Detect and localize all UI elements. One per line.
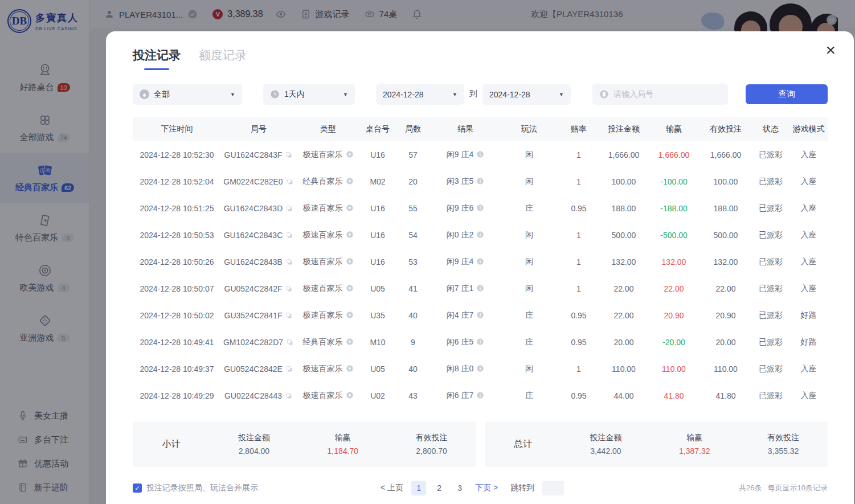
column-header-3: 桌台号: [360, 117, 395, 141]
cell-bet_on: 闲: [500, 222, 558, 248]
tab-bet-records[interactable]: 投注记录: [133, 47, 181, 70]
time-range-select[interactable]: 1天内 ▼: [263, 84, 355, 105]
play-icon[interactable]: [346, 150, 354, 158]
total-valid-bet-label: 有效投注: [739, 433, 828, 443]
subtotal-box: 小计 投注金额 2,804.00 输赢 1,184.70 有效投注 2,800.…: [133, 421, 476, 467]
tab-quota-records[interactable]: 额度记录: [199, 47, 247, 70]
game-type-select[interactable]: ♠ 全部 ▼: [133, 84, 242, 105]
round-id-input[interactable]: 请输入局号: [592, 84, 728, 105]
cell-rounds: 20: [395, 168, 431, 195]
cell-bet_on: 闲: [500, 275, 558, 302]
subtotal-valid-bet-label: 有效投注: [387, 433, 476, 443]
info-icon[interactable]: [476, 204, 484, 212]
cell-game_type: 极速百家乐: [296, 302, 360, 329]
cell-win_loss: 110.00: [648, 355, 699, 382]
bet-table-body: 2024-12-28 10:52:30GU1624C2843F极速百家乐U165…: [133, 141, 828, 409]
time-range-value: 1天内: [284, 89, 305, 100]
cell-odds: 0.95: [558, 302, 599, 329]
column-header-8: 投注金额: [599, 117, 648, 141]
copy-icon[interactable]: [285, 285, 293, 293]
copy-icon[interactable]: [285, 204, 293, 212]
per-page-info: 每页显示10条记录: [768, 483, 828, 493]
cell-odds: 1: [558, 168, 599, 195]
play-icon[interactable]: [346, 204, 354, 212]
cell-bet_on: 庄: [500, 329, 558, 355]
column-header-5: 结果: [431, 117, 500, 141]
cell-mode: 入座: [789, 275, 828, 302]
cell-win_loss: 20.90: [648, 302, 699, 329]
info-icon[interactable]: [476, 231, 484, 239]
column-header-7: 赔率: [558, 117, 599, 141]
play-icon[interactable]: [346, 391, 354, 399]
date-to-picker[interactable]: 2024-12-28 ▼: [482, 84, 571, 105]
merge-records-checkbox[interactable]: ✓ 投注记录按照局、玩法合并展示: [133, 483, 258, 493]
cell-mode: 入座: [789, 222, 828, 248]
filters-bar: ♠ 全部 ▼ 1天内 ▼ 2024-12-28 ▼ 到 2024-12-28 ▼…: [133, 84, 828, 105]
copy-icon[interactable]: [286, 338, 294, 346]
info-icon[interactable]: [476, 177, 484, 185]
cell-status: 已派彩: [752, 302, 789, 329]
play-icon[interactable]: [346, 177, 354, 185]
subtotal-bet-amount-label: 投注金额: [210, 433, 298, 443]
date-to-label: 到: [469, 89, 477, 99]
cell-result: 闲6 庄7: [431, 382, 500, 409]
cell-mode: 入座: [789, 382, 828, 409]
copy-icon[interactable]: [285, 392, 293, 400]
copy-icon[interactable]: [285, 258, 293, 266]
cell-round_id: GU1624C2843F: [221, 141, 296, 168]
cell-bet_on: 庄: [500, 302, 558, 329]
merge-records-label: 投注记录按照局、玩法合并展示: [146, 483, 258, 493]
close-icon[interactable]: ×: [825, 42, 836, 59]
cell-bet_on: 闲: [500, 141, 558, 168]
date-from-picker[interactable]: 2024-12-28 ▼: [376, 84, 464, 105]
cell-game_type: 经典百家乐: [296, 168, 360, 195]
copy-icon[interactable]: [285, 312, 293, 319]
page-1-button[interactable]: 1: [411, 481, 426, 495]
play-icon[interactable]: [346, 257, 354, 265]
subtotal-winloss-value: 1,184.70: [298, 446, 387, 456]
copy-icon[interactable]: [285, 151, 293, 159]
query-button[interactable]: 查询: [746, 84, 828, 104]
date-to-value: 2024-12-28: [489, 90, 530, 99]
next-page-button[interactable]: 下页 >: [475, 483, 498, 493]
play-icon[interactable]: [346, 284, 354, 292]
cell-round_id: GM0224C282E0: [221, 168, 296, 195]
cell-bet_amount: 1,666.00: [599, 141, 648, 168]
page-2-button[interactable]: 2: [432, 481, 447, 495]
chevron-down-icon: ▼: [452, 92, 457, 97]
play-icon[interactable]: [346, 231, 354, 239]
info-icon[interactable]: [476, 338, 484, 346]
cell-result: 闲4 庄7: [431, 302, 500, 329]
cell-odds: 1: [558, 275, 599, 302]
info-icon[interactable]: [476, 284, 484, 292]
copy-icon[interactable]: [286, 178, 294, 186]
cell-bet_on: 闲: [500, 248, 558, 275]
cell-game_type: 极速百家乐: [296, 382, 360, 409]
cell-round_id: GU0524C2842E: [221, 355, 296, 382]
play-icon[interactable]: [346, 364, 354, 372]
info-icon[interactable]: [476, 311, 484, 319]
info-icon[interactable]: [476, 364, 484, 372]
cell-bet_amount: 20.00: [599, 329, 648, 355]
copy-icon[interactable]: [285, 231, 293, 239]
copy-icon[interactable]: [285, 365, 293, 373]
play-icon[interactable]: [346, 338, 354, 346]
total-box: 总计 投注金额 3,442.00 输赢 1,387.32 有效投注 3,355.…: [485, 421, 828, 467]
cell-status: 已派彩: [752, 329, 789, 355]
cell-win_loss: -500.00: [648, 222, 699, 248]
modal-tabs: 投注记录 额度记录: [133, 47, 828, 70]
cell-status: 已派彩: [752, 222, 789, 248]
cell-table_no: U02: [360, 382, 395, 409]
table-row: 2024-12-28 10:50:53GU1624C2843C极速百家乐U165…: [133, 222, 828, 248]
info-icon[interactable]: [476, 391, 484, 399]
jump-page-input[interactable]: [542, 481, 564, 495]
info-icon[interactable]: [476, 257, 484, 265]
info-icon[interactable]: [476, 150, 484, 158]
game-type-value: 全部: [154, 89, 170, 100]
prev-page-button[interactable]: < 上页: [381, 483, 403, 493]
play-icon[interactable]: [346, 311, 354, 319]
cell-status: 已派彩: [752, 195, 789, 222]
total-winloss-label: 输赢: [650, 433, 739, 443]
page-3-button[interactable]: 3: [452, 481, 467, 495]
cell-bet_amount: 22.00: [599, 302, 648, 329]
